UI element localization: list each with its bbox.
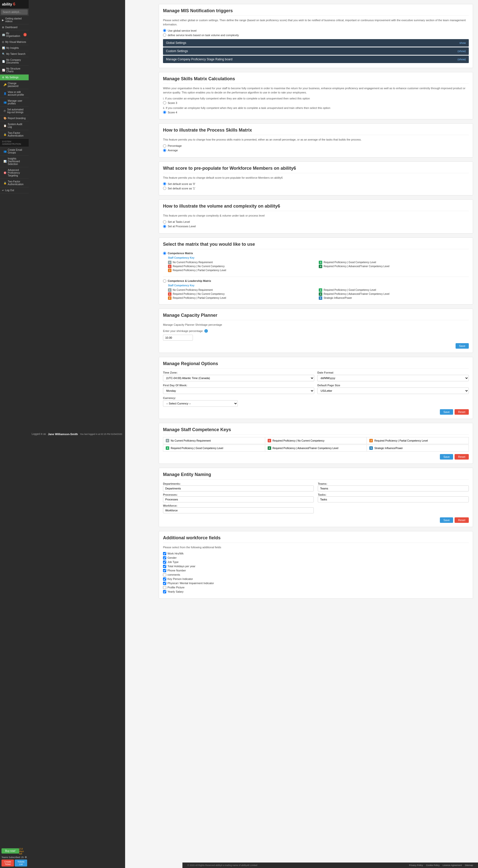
radio-percentage[interactable]: Percentage: [163, 144, 469, 148]
teams-input[interactable]: [318, 486, 469, 491]
sidebar-item-two-factor[interactable]: 🔒 Two-Factor Authentication: [0, 130, 29, 139]
radio-score-zero-input[interactable]: [163, 182, 166, 185]
regional-options-section: Manage Regional Options Time Zone: (UTC-…: [159, 357, 473, 419]
wf-checkbox-2[interactable]: [163, 560, 166, 564]
radio-score-one-input[interactable]: [163, 187, 166, 190]
radio-average[interactable]: Average: [163, 149, 469, 152]
sidebar-item-structure-charts[interactable]: 📈 My Structure Charts: [0, 66, 29, 74]
radio-competence-input[interactable]: [163, 252, 166, 255]
wf-checkbox-6[interactable]: [163, 578, 166, 581]
sidebar-item-logout-timings[interactable]: ⏱ Set automated log-out timings: [0, 107, 29, 115]
sidebar-item-two-factor-2[interactable]: 🔒 Two-Factor Authentication: [0, 179, 29, 187]
wf-checkbox-8[interactable]: [163, 586, 166, 589]
sidebar-item-audit-log[interactable]: 📋 System Audit Log: [0, 121, 29, 130]
radio-global-service[interactable]: Use global service level: [163, 29, 469, 32]
radio-processes-level[interactable]: Set at Processes Level: [163, 225, 469, 228]
radio-competence-matrix[interactable]: Competence Matrix: [163, 252, 469, 255]
currency-select[interactable]: -- Select Currency --: [163, 400, 238, 407]
buy-now-button[interactable]: Buy now!: [1, 848, 19, 854]
wf-field-7[interactable]: Physical / Mental Impairment Indicator: [163, 582, 469, 585]
sidebar-item-my-settings[interactable]: ⚙ My Settings: [0, 74, 29, 81]
accordion-rating-board[interactable]: Manage Company Proficiency Stage Rating …: [163, 56, 469, 63]
sidebar-item-proficiency-targeting[interactable]: 🎯 Advanced Proficiency Targeting: [0, 167, 29, 179]
sidebar-item-getting-started[interactable]: ▶ Getting started videos: [0, 16, 29, 24]
accordion-global-show-btn[interactable]: show: [459, 41, 466, 44]
default-page-select[interactable]: US/Letter: [317, 388, 469, 394]
wf-field-3[interactable]: Total Holidays per year: [163, 565, 469, 568]
radio-score4[interactable]: Score 4: [163, 111, 469, 114]
ck-badge-2: 2: [369, 439, 373, 442]
wf-field-9[interactable]: Yearly Salary: [163, 590, 469, 593]
sidebar-item-visual-matrices[interactable]: ⊡ My Visual Matrices: [0, 39, 29, 45]
wf-checkbox-3[interactable]: [163, 565, 166, 568]
sidebar-item-report-branding[interactable]: 🎨 Report branding: [0, 115, 29, 121]
search-input[interactable]: [1, 9, 28, 15]
ck-save-button[interactable]: Save: [440, 454, 453, 460]
radio-custom-service[interactable]: define service levels based on task volu…: [163, 33, 469, 37]
wf-field-2[interactable]: Job Type: [163, 560, 469, 564]
wf-checkbox-5[interactable]: [163, 573, 166, 577]
sidebar-item-dashboard[interactable]: ⊞ Dashboard: [0, 24, 29, 30]
sidebar-item-create-groups[interactable]: 👥 Create Email Groups: [0, 147, 29, 156]
wf-field-6[interactable]: Key Person Indicator: [163, 578, 469, 581]
accordion-custom-show-btn[interactable]: (show): [457, 50, 466, 53]
wf-field-4[interactable]: Phone Number: [163, 569, 469, 572]
wf-field-0[interactable]: Work Hrs/Wk: [163, 552, 469, 555]
sidebar-item-organisation[interactable]: 🏢 My Organisation 1: [0, 30, 29, 39]
radio-score4-input[interactable]: [163, 111, 166, 114]
departments-input[interactable]: [163, 486, 314, 491]
info-icon[interactable]: i: [204, 329, 208, 333]
radio-tasks-input[interactable]: [163, 220, 166, 223]
shrinkage-input[interactable]: [163, 335, 193, 341]
sidebar-item-documents[interactable]: 📄 My Company Documents: [0, 57, 29, 66]
create-ticket-button[interactable]: Create Ticket: [1, 860, 14, 867]
workforce-input[interactable]: [163, 507, 314, 514]
cookie-link[interactable]: Cookie Policy: [426, 864, 440, 867]
radio-processes-input[interactable]: [163, 225, 166, 228]
wf-checkbox-1[interactable]: [163, 556, 166, 559]
ck-reset-button[interactable]: Reset: [454, 454, 469, 460]
capacity-save-button[interactable]: Save: [455, 343, 469, 349]
accordion-global-settings[interactable]: Global Settings show: [163, 39, 469, 46]
radio-leadership-input[interactable]: [163, 279, 166, 283]
wf-field-1[interactable]: Gender: [163, 556, 469, 559]
sidebar-item-change-password[interactable]: 🔑 Change password: [0, 81, 29, 89]
regional-reset-button[interactable]: Reset: [454, 409, 469, 415]
sidebar-item-manage-profiles[interactable]: 👥 Manage user profiles: [0, 98, 29, 107]
sidebar-item-logout[interactable]: ↩ Log Out: [0, 187, 29, 193]
radio-score-zero[interactable]: Set default score as '0': [163, 182, 469, 185]
tickets-list-button[interactable]: Tickets List: [15, 860, 27, 867]
sidebar-item-view-edit-account[interactable]: 👤 View or edit account profile: [0, 89, 29, 98]
wf-field-5[interactable]: comments: [163, 573, 469, 577]
licence-link[interactable]: Licence Agreement: [443, 864, 462, 867]
radio-score3-input[interactable]: [163, 101, 166, 104]
processes-input[interactable]: [163, 496, 314, 502]
radio-average-input[interactable]: [163, 149, 166, 152]
accordion-rating-show-btn[interactable]: (show): [457, 58, 466, 61]
sitemap-link[interactable]: Sitemap: [465, 864, 473, 867]
entity-save-button[interactable]: Save: [440, 517, 453, 523]
first-day-select[interactable]: Monday: [163, 388, 315, 394]
radio-score3[interactable]: Score 3: [163, 101, 469, 104]
sidebar-item-insights[interactable]: 📊 My Insights: [0, 45, 29, 51]
privacy-link[interactable]: Privacy Policy: [409, 864, 423, 867]
date-format-select[interactable]: dd/MM/yyyy: [317, 375, 469, 381]
radio-percentage-input[interactable]: [163, 144, 166, 148]
tasks-input[interactable]: [318, 496, 469, 502]
radio-score-one[interactable]: Set default score as '1': [163, 187, 469, 190]
wf-field-8[interactable]: Profile Picture: [163, 586, 469, 589]
radio-global-input[interactable]: [163, 29, 166, 32]
wf-checkbox-7[interactable]: [163, 582, 166, 585]
wf-checkbox-9[interactable]: [163, 590, 166, 593]
entity-reset-button[interactable]: Reset: [454, 517, 469, 523]
radio-leadership-matrix[interactable]: Competence & Leadership Matrix: [163, 279, 469, 283]
accordion-custom-settings[interactable]: Custom Settings (show): [163, 48, 469, 55]
sidebar-item-talent-search[interactable]: 🔍 My Talent Search: [0, 51, 29, 57]
radio-custom-input[interactable]: [163, 33, 166, 37]
wf-checkbox-0[interactable]: [163, 552, 166, 555]
regional-save-button[interactable]: Save: [440, 409, 453, 415]
sidebar-item-insights-dashboard[interactable]: 📊 Insights Dashboard Selection: [0, 156, 29, 167]
radio-tasks-level[interactable]: Set at Tasks Level: [163, 220, 469, 223]
timezone-select[interactable]: (UTC-04:00) Atlantic Time (Canada): [163, 375, 315, 381]
wf-checkbox-4[interactable]: [163, 569, 166, 572]
